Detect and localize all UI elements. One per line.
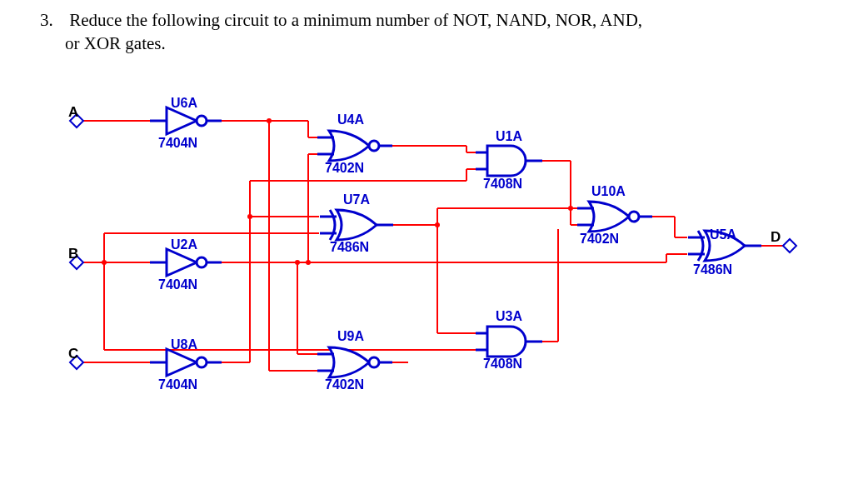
u3a-part: 7408N [483, 357, 522, 372]
gate-u8a-icon [150, 349, 222, 376]
pin-c-label: C [68, 346, 78, 362]
question-line1: Reduce the following circuit to a minimu… [69, 10, 642, 30]
gate-u6a-icon [150, 107, 222, 134]
u7a-ref: U7A [343, 192, 370, 207]
gate-u10a-icon [577, 202, 652, 232]
schematic: A B C D U6A 7404N U2A 7404N U8A 7404N U4… [58, 96, 808, 471]
page: 3. Reduce the following circuit to a min… [0, 0, 853, 504]
u4a-part: 7402N [325, 161, 364, 176]
gate-u9a-icon [317, 347, 392, 377]
u10a-ref: U10A [591, 184, 626, 199]
u10a-part: 7402N [580, 232, 619, 247]
u7a-part: 7486N [330, 240, 369, 255]
gate-u3a-icon [476, 327, 542, 357]
u9a-part: 7402N [325, 377, 364, 392]
u8a-ref: U8A [171, 337, 197, 352]
u3a-ref: U3A [496, 309, 522, 324]
u2a-ref: U2A [171, 237, 197, 252]
gate-u4a-icon [317, 131, 392, 161]
u5a-ref: U5A [710, 227, 736, 242]
u5a-part: 7486N [693, 262, 732, 277]
question-line2: or XOR gates. [65, 33, 166, 53]
question-number: 3. [40, 8, 65, 32]
u1a-ref: U1A [496, 129, 522, 144]
u1a-part: 7408N [483, 177, 522, 192]
u9a-ref: U9A [337, 329, 364, 344]
u6a-ref: U6A [171, 96, 197, 111]
gate-u7a-icon [320, 210, 393, 240]
pin-a-label: A [68, 104, 78, 121]
question-text: 3. Reduce the following circuit to a min… [40, 8, 642, 56]
gate-u2a-icon [150, 249, 222, 276]
u6a-part: 7404N [158, 136, 197, 151]
u2a-part: 7404N [158, 277, 197, 292]
u4a-ref: U4A [337, 112, 364, 127]
u8a-part: 7404N [158, 377, 197, 392]
gate-u1a-icon [476, 146, 542, 176]
pin-d-label: D [771, 229, 781, 246]
pin-b-label: B [68, 246, 78, 262]
